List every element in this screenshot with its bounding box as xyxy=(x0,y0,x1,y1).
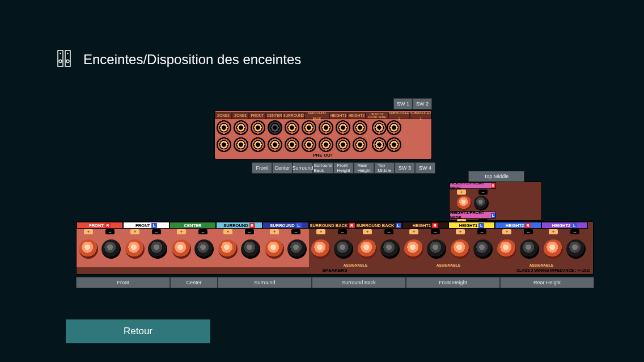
binding-post xyxy=(125,239,145,259)
zone2-label: ZONE2 xyxy=(215,112,232,119)
rca-jack xyxy=(387,120,401,135)
plus-icon: + xyxy=(549,229,558,234)
preout-buttons: Front Center Surround Surround Back Fron… xyxy=(252,162,435,174)
binding-post xyxy=(520,239,539,259)
rca-jack xyxy=(336,120,350,135)
preout-btn-sback[interactable]: Surround Back xyxy=(313,162,333,174)
btm-btn-center[interactable]: Center xyxy=(170,277,218,288)
binding-post xyxy=(287,239,307,259)
rca-jack xyxy=(319,120,333,135)
rca-jack xyxy=(285,137,299,152)
speaker-channel-center: CENTER+– xyxy=(170,222,216,267)
page-title: Enceintes/Disposition des enceintes xyxy=(57,50,301,69)
speakers-footer-right: CLASS 2 WIRING IMPEDANCE : 4~16Ω xyxy=(516,267,590,274)
plus-icon: + xyxy=(316,229,325,234)
svg-point-5 xyxy=(66,60,69,63)
subwoofer-top-buttons: SW 1 SW 2 xyxy=(393,98,432,110)
r-chip: R xyxy=(249,223,255,228)
plus-icon: + xyxy=(130,229,139,234)
plus-icon: + xyxy=(409,229,418,234)
rca-jack xyxy=(268,137,282,152)
rca-jack xyxy=(234,120,248,135)
channel-label-text: HEIGHT1 xyxy=(459,223,478,228)
speakers-footer: SPEAKERS CLASS 2 WIRING IMPEDANCE : 4~16… xyxy=(77,267,593,274)
preout-sw1-label: SUBWOOFER 1 xyxy=(388,112,410,119)
btm-btn-surround[interactable]: Surround xyxy=(218,277,312,288)
rca-jack xyxy=(234,137,248,152)
rca-jack xyxy=(285,120,299,135)
binding-post xyxy=(218,239,238,259)
minus-icon: – xyxy=(570,229,579,234)
l-chip: L xyxy=(296,223,302,228)
svg-point-1 xyxy=(60,53,61,54)
binding-post xyxy=(265,239,284,259)
plus-icon: + xyxy=(456,229,465,234)
binding-post xyxy=(380,239,400,259)
binding-post xyxy=(451,239,470,259)
channel-label: FRONTR xyxy=(77,222,123,229)
speaker-channel-front-r: FRONTR+– xyxy=(77,222,123,267)
plus-icon: + xyxy=(502,229,511,234)
svg-point-2 xyxy=(59,60,62,63)
btm-btn-sback[interactable]: Surround Back xyxy=(312,277,406,288)
binding-post xyxy=(148,239,167,259)
l-chip: L xyxy=(491,213,495,218)
preout-btn-sw4[interactable]: SW 4 xyxy=(415,162,435,174)
rca-jack xyxy=(251,137,265,152)
binding-post xyxy=(172,239,191,259)
preout-btn-tmid[interactable]: Top Middle xyxy=(374,162,395,174)
assignable-label: ASSIGNABLE xyxy=(402,263,495,267)
channel-label-text: SURROUND BACK xyxy=(310,223,348,228)
height3-block: HEIGHT3/FRONT WIDER +– HEIGHT3/FRONT WID… xyxy=(449,182,542,221)
speakers-footer-center: SPEAKERS xyxy=(77,267,593,274)
preout-labels: ZONE2 ZONE3 FRONT CENTER SURROUND SURROU… xyxy=(215,112,431,119)
sw1-button[interactable]: SW 1 xyxy=(393,98,413,110)
rca-jack xyxy=(302,120,316,135)
preout-btn-sw3[interactable]: SW 3 xyxy=(395,162,415,174)
rca-jack xyxy=(372,137,387,152)
binding-post xyxy=(566,239,586,259)
preout-btn-rheight[interactable]: Rear Height xyxy=(354,162,374,174)
preout-panel: ZONE2 ZONE3 FRONT CENTER SURROUND SURROU… xyxy=(214,111,432,159)
btm-btn-fheight[interactable]: Front Height xyxy=(406,277,500,288)
channel-label-text: HEIGHT2 xyxy=(506,223,524,228)
binding-post xyxy=(427,239,446,259)
btm-btn-front[interactable]: Front xyxy=(76,277,170,288)
rca-jack xyxy=(336,137,350,152)
r-chip: R xyxy=(491,183,495,188)
preout-btn-center[interactable]: Center xyxy=(272,162,293,174)
rca-jack xyxy=(251,120,265,135)
l-chip: L xyxy=(396,223,401,228)
page-title-text: Enceintes/Disposition des enceintes xyxy=(83,52,301,68)
l-chip: L xyxy=(478,223,484,228)
sw2-button[interactable]: SW 2 xyxy=(413,98,432,110)
channel-label: HEIGHT2R xyxy=(495,222,541,229)
l-chip: L xyxy=(571,223,577,228)
minus-icon: – xyxy=(431,229,440,234)
assignable-label: ASSIGNABLE xyxy=(495,263,588,267)
preout-btn-surround[interactable]: Surround xyxy=(293,162,313,174)
speaker-channel-surround-l: SURROUNDL+– xyxy=(262,222,309,267)
preout-btn-front[interactable]: Front xyxy=(252,162,272,174)
btm-btn-rheight[interactable]: Rear Height xyxy=(500,277,594,288)
channel-label: CENTER xyxy=(170,222,216,229)
channel-label: SURROUND BACKL xyxy=(355,222,402,229)
preout-front-label: FRONT xyxy=(249,112,266,119)
channel-label-text: HEIGHT1 xyxy=(413,223,431,228)
channel-label: HEIGHT1L xyxy=(448,222,495,229)
channel-label: HEIGHT2L xyxy=(541,222,588,229)
binding-post xyxy=(474,196,489,211)
minus-icon: – xyxy=(291,229,300,234)
channel-label-text: SURROUND BACK xyxy=(356,223,394,228)
back-button[interactable]: Retour xyxy=(66,319,210,343)
speaker-bottom-buttons: Front Center Surround Surround Back Fron… xyxy=(76,277,594,288)
rca-jack xyxy=(319,137,333,152)
speaker-channel-height2-r: HEIGHT2R+– xyxy=(495,222,541,267)
binding-post xyxy=(79,239,98,259)
preout-h2-label: HEIGHT2 xyxy=(348,112,366,119)
minus-icon: – xyxy=(152,229,161,234)
preout-btn-fheight[interactable]: Front Height xyxy=(333,162,354,174)
channel-label-text: CENTER xyxy=(184,223,202,228)
rca-jack xyxy=(353,120,367,135)
binding-post xyxy=(404,239,423,259)
